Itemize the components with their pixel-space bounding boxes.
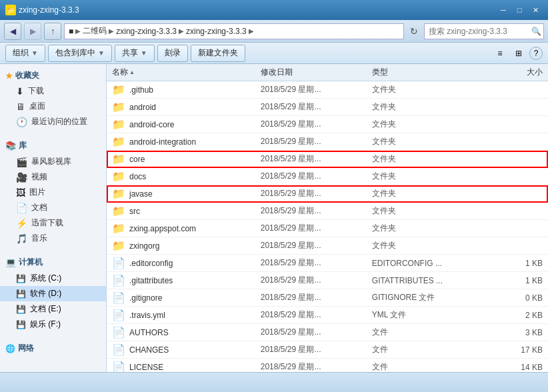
file-date-cell: 2018/5/29 星期... bbox=[261, 275, 372, 286]
file-date-cell: 2018/5/29 星期... bbox=[261, 344, 372, 355]
file-name-cell: 📁 zxing.appspot.com bbox=[112, 222, 261, 235]
file-name-cell: 📄 .travis.yml bbox=[112, 309, 261, 321]
include-in-lib-button[interactable]: 包含到库中 ▼ bbox=[48, 45, 112, 62]
file-type-cell: 文件 bbox=[372, 361, 483, 372]
path-segment-1: ■ bbox=[69, 27, 73, 36]
sidebar-item-c[interactable]: 💾 系统 (C:) bbox=[0, 271, 106, 286]
help-button[interactable]: ? bbox=[529, 47, 543, 60]
desktop-icon: 🖥 bbox=[16, 101, 25, 112]
file-icon: 📁 bbox=[112, 83, 125, 96]
file-row[interactable]: 📁 zxingorg 2018/5/29 星期... 文件夹 bbox=[107, 237, 548, 255]
file-label: android-core bbox=[129, 120, 174, 129]
sidebar-item-thunder[interactable]: ⚡ 迅雷下载 bbox=[0, 215, 106, 231]
search-box[interactable]: 🔍 bbox=[424, 23, 544, 39]
sidebar-item-d[interactable]: 💾 软件 (D:) bbox=[0, 286, 106, 301]
sidebar-item-e[interactable]: 💾 文档 (E:) bbox=[0, 301, 106, 317]
view-list-button[interactable]: ≡ bbox=[492, 45, 508, 61]
sidebar-item-music[interactable]: 🎵 音乐 bbox=[0, 231, 106, 246]
file-label: android bbox=[129, 103, 156, 112]
maximize-button[interactable]: □ bbox=[512, 3, 527, 17]
file-row[interactable]: 📄 LICENSE 2018/5/29 星期... 文件 14 KB bbox=[107, 359, 548, 372]
file-icon: 📄 bbox=[112, 257, 125, 269]
file-label: .gitattributes bbox=[129, 276, 173, 285]
file-date-cell: 2018/5/29 星期... bbox=[261, 327, 372, 338]
sidebar-item-videos[interactable]: 🎥 视频 bbox=[0, 169, 106, 185]
image-icon: 🖼 bbox=[16, 187, 25, 198]
file-row[interactable]: 📄 .gitattributes 2018/5/29 星期... GITATTR… bbox=[107, 272, 548, 289]
file-row[interactable]: 📁 zxing.appspot.com 2018/5/29 星期... 文件夹 bbox=[107, 220, 548, 237]
disk-d-icon: 💾 bbox=[16, 289, 26, 299]
toolbar: 组织 ▼ 包含到库中 ▼ 共享 ▼ 刻录 新建文件夹 ≡ ⊞ ? bbox=[0, 43, 548, 64]
new-folder-button[interactable]: 新建文件夹 bbox=[191, 45, 245, 62]
file-size-cell: 1 KB bbox=[483, 276, 543, 285]
file-name-cell: 📄 .editorconfig bbox=[112, 257, 261, 269]
path-segment-root: 二维码 bbox=[83, 25, 107, 37]
file-type-cell: 文件夹 bbox=[372, 205, 483, 217]
col-size-header[interactable]: 大小 bbox=[483, 67, 543, 78]
file-row[interactable]: 📁 src 2018/5/29 星期... 文件夹 bbox=[107, 203, 548, 220]
col-date-header[interactable]: 修改日期 bbox=[261, 67, 372, 78]
sidebar-item-f[interactable]: 💾 娱乐 (F:) bbox=[0, 317, 106, 332]
address-path[interactable]: ■ ▶ 二维码 ▶ zxing-zxing-3.3.3 ▶ zxing-zxin… bbox=[64, 23, 404, 39]
file-name-cell: 📄 .gitattributes bbox=[112, 274, 261, 287]
search-icon: 🔍 bbox=[531, 27, 541, 36]
search-input[interactable] bbox=[429, 27, 529, 36]
file-icon: 📁 bbox=[112, 135, 125, 148]
sidebar-item-recent[interactable]: 🕐 最近访问的位置 bbox=[0, 114, 106, 129]
status-bar bbox=[0, 372, 548, 392]
file-date-cell: 2018/5/29 星期... bbox=[261, 257, 372, 269]
file-row[interactable]: 📄 .travis.yml 2018/5/29 星期... YML 文件 2 K… bbox=[107, 307, 548, 324]
file-row[interactable]: 📄 .gitignore 2018/5/29 星期... GITIGNORE 文… bbox=[107, 289, 548, 307]
share-button[interactable]: 共享 ▼ bbox=[115, 45, 155, 62]
file-rows-container: 📁 .github 2018/5/29 星期... 文件夹 📁 android … bbox=[107, 81, 548, 372]
sidebar-item-download[interactable]: ⬇ 下载 bbox=[0, 83, 106, 99]
title-bar-controls: ─ □ ✕ bbox=[496, 3, 543, 17]
file-name-cell: 📁 src bbox=[112, 205, 261, 217]
movie-icon: 🎬 bbox=[16, 157, 27, 167]
file-row[interactable]: 📁 android-core 2018/5/29 星期... 文件夹 bbox=[107, 116, 548, 133]
file-row[interactable]: 📁 android 2018/5/29 星期... 文件夹 bbox=[107, 99, 548, 116]
disk-f-icon: 💾 bbox=[16, 320, 26, 329]
burn-button[interactable]: 刻录 bbox=[157, 45, 188, 62]
refresh-button[interactable]: ↻ bbox=[407, 23, 421, 39]
sidebar-item-images[interactable]: 🖼 图片 bbox=[0, 185, 106, 200]
file-label: .github bbox=[129, 85, 153, 95]
close-button[interactable]: ✕ bbox=[528, 3, 543, 17]
file-row[interactable]: 📄 .editorconfig 2018/5/29 星期... EDITORCO… bbox=[107, 255, 548, 272]
col-name-header[interactable]: 名称 ▲ bbox=[112, 67, 261, 78]
path-segment-2: zxing-zxing-3.3.3 bbox=[116, 27, 177, 36]
docs-icon: 📄 bbox=[16, 203, 27, 213]
view-detail-button[interactable]: ⊞ bbox=[511, 45, 527, 61]
organize-button[interactable]: 组织 ▼ bbox=[5, 45, 45, 62]
file-icon: 📁 bbox=[112, 205, 125, 217]
file-area: 名称 ▲ 修改日期 类型 大小 📁 .github 2018/5/29 星期..… bbox=[107, 64, 548, 372]
up-button[interactable]: ↑ bbox=[44, 23, 61, 40]
disk-e-icon: 💾 bbox=[16, 305, 26, 314]
col-type-header[interactable]: 类型 bbox=[372, 67, 483, 78]
file-row[interactable]: 📄 CHANGES 2018/5/29 星期... 文件 17 KB bbox=[107, 341, 548, 359]
file-name-cell: 📄 AUTHORS bbox=[112, 326, 261, 339]
folder-window-icon: 📁 bbox=[5, 5, 16, 15]
back-button[interactable]: ◀ bbox=[4, 23, 21, 40]
file-row[interactable]: 📁 javase 2018/5/29 星期... 文件夹 bbox=[107, 185, 548, 203]
file-label: zxing.appspot.com bbox=[129, 224, 196, 233]
file-name-cell: 📁 android bbox=[112, 101, 261, 113]
organize-arrow-icon: ▼ bbox=[31, 49, 38, 57]
sidebar-item-desktop[interactable]: 🖥 桌面 bbox=[0, 99, 106, 114]
file-icon: 📁 bbox=[112, 222, 125, 235]
file-label: core bbox=[129, 155, 145, 164]
download-icon: ⬇ bbox=[16, 86, 24, 97]
file-label: LICENSE bbox=[129, 363, 163, 372]
sidebar-item-docs[interactable]: 📄 文档 bbox=[0, 200, 106, 215]
title-bar-text: zxing-zxing-3.3.3 bbox=[19, 5, 79, 15]
minimize-button[interactable]: ─ bbox=[496, 3, 511, 17]
forward-button[interactable]: ▶ bbox=[24, 23, 41, 40]
file-row[interactable]: 📁 docs 2018/5/29 星期... 文件夹 bbox=[107, 168, 548, 185]
music-icon: 🎵 bbox=[16, 233, 27, 244]
file-row[interactable]: 📄 AUTHORS 2018/5/29 星期... 文件 3 KB bbox=[107, 324, 548, 341]
sidebar-item-movie[interactable]: 🎬 暴风影视库 bbox=[0, 154, 106, 169]
file-row[interactable]: 📁 .github 2018/5/29 星期... 文件夹 bbox=[107, 81, 548, 99]
file-row[interactable]: 📁 android-integration 2018/5/29 星期... 文件… bbox=[107, 133, 548, 151]
file-row[interactable]: 📁 core 2018/5/29 星期... 文件夹 bbox=[107, 151, 548, 168]
file-icon: 📄 bbox=[112, 309, 125, 321]
